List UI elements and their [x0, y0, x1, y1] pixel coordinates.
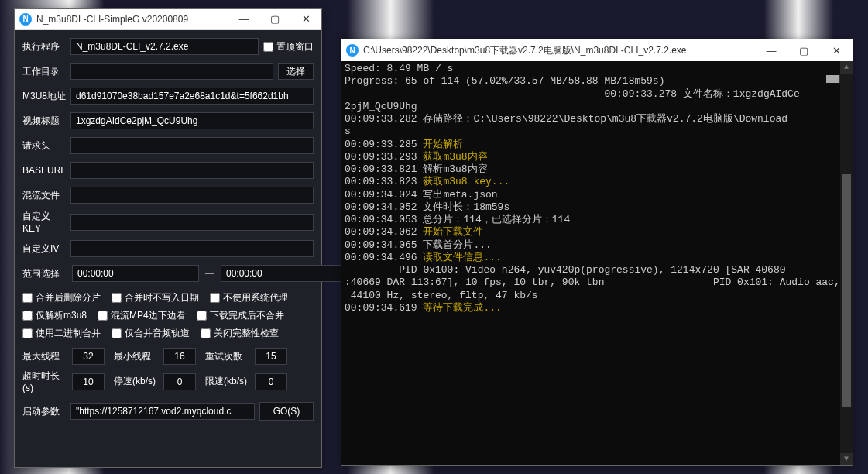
console-line: 00:09:33.285 开始解析 — [345, 139, 849, 151]
range-end-input[interactable] — [221, 265, 348, 282]
maxthread-label: 最大线程 — [22, 350, 69, 363]
chk-parse-only[interactable]: 仅解析m3u8 — [22, 309, 87, 322]
retry-label: 重试次数 — [205, 350, 252, 363]
range-start-input[interactable] — [72, 265, 199, 282]
console-line: 00:09:33.282 存储路径：C:\Users\98222\Desktop… — [345, 113, 849, 125]
console-app-icon: N — [346, 44, 359, 57]
m3u8-input[interactable] — [70, 88, 314, 105]
console-maximize-button[interactable]: ▢ — [787, 40, 820, 61]
chk-no-date[interactable]: 合并时不写入日期 — [112, 291, 199, 304]
chk-no-merge-after[interactable]: 下载完成后不合并 — [197, 309, 284, 322]
exe-label: 执行程序 — [22, 40, 66, 53]
launch-label: 启动参数 — [22, 405, 66, 418]
console-line: Progress: 65 of 114 (57.02%/33.57 MB/58.… — [345, 75, 849, 88]
console-output[interactable]: ▲ ▼ Speed: 8.49 MB / sProgress: 65 of 11… — [341, 61, 853, 465]
console-line: 00:09:33.278 文件名称：1xgzdgAIdCe — [345, 88, 849, 101]
console-line: 00:09:33.821 解析m3u8内容 — [345, 163, 849, 176]
mux-input[interactable] — [70, 187, 314, 204]
timeout-label: 超时时长(s) — [22, 369, 69, 393]
console-line: 00:09:34.024 写出meta.json — [345, 189, 849, 201]
scroll-thumb[interactable] — [842, 174, 851, 407]
stopspeed-input[interactable] — [163, 373, 196, 390]
maximize-button[interactable]: ▢ — [259, 9, 290, 30]
console-minimize-button[interactable]: — — [755, 40, 787, 61]
app-icon: N — [19, 13, 32, 26]
console-line: PID 0x100: Video h264, yuv420p(progressi… — [345, 264, 849, 276]
range-label: 范围选择 — [22, 267, 66, 280]
baseurl-label: BASEURL — [22, 165, 66, 176]
chk-audio-only-merge[interactable]: 仅合并音频轨道 — [112, 327, 190, 340]
console-line: 00:09:33.293 获取m3u8内容 — [345, 151, 849, 163]
minthread-input[interactable] — [163, 348, 196, 365]
console-line: 44100 Hz, stereo, fltp, 47 kb/s — [345, 290, 849, 302]
limitspeed-input[interactable] — [255, 373, 287, 390]
retry-input[interactable] — [255, 348, 287, 365]
chk-no-proxy[interactable]: 不使用系统代理 — [210, 291, 288, 304]
console-line: 00:09:34.496 读取文件信息... — [345, 252, 849, 264]
console-title: C:\Users\98222\Desktop\m3u8下载器v2.7.2电脑版\… — [363, 44, 755, 57]
headers-label: 请求头 — [22, 139, 66, 153]
stopspeed-label: 停速(kb/s) — [114, 375, 160, 388]
progress-fill — [826, 75, 839, 83]
range-separator: — — [205, 268, 214, 279]
close-button[interactable]: ✕ — [290, 9, 321, 30]
console-line: Speed: 8.49 MB / s — [345, 63, 849, 75]
console-line: 00:09:34.065 下载首分片... — [345, 239, 849, 252]
chk-delete-after-merge[interactable]: 合并后删除分片 — [22, 291, 101, 304]
console-close-button[interactable]: ✕ — [820, 40, 853, 61]
iv-label: 自定义IV — [22, 242, 66, 256]
titlebar[interactable]: N N_m3u8DL-CLI-SimpleG v20200809 — ▢ ✕ — [15, 9, 321, 30]
choose-button[interactable]: 选择 — [278, 63, 314, 80]
console-titlebar[interactable]: N C:\Users\98222\Desktop\m3u8下载器v2.7.2电脑… — [341, 40, 853, 61]
m3u8-label: M3U8地址 — [22, 90, 66, 103]
console-line: 00:09:34.619 等待下载完成... — [345, 302, 849, 314]
limitspeed-label: 限速(kb/s) — [205, 375, 252, 388]
console-line: :40669 DAR 113:67], 10 fps, 10 tbr, 90k … — [345, 276, 849, 289]
console-line: 2pjM_QcU9Uhg — [345, 101, 849, 113]
key-input[interactable] — [70, 214, 314, 231]
minthread-label: 最小线程 — [114, 350, 160, 363]
console-scrollbar[interactable]: ▲ ▼ — [840, 61, 853, 465]
key-label: 自定义KEY — [22, 210, 66, 234]
chk-no-integrity[interactable]: 关闭完整性检查 — [201, 327, 279, 340]
go-button[interactable]: GO(S) — [259, 402, 314, 421]
title-input[interactable] — [70, 112, 314, 129]
scroll-down-icon[interactable]: ▼ — [840, 453, 853, 465]
iv-input[interactable] — [70, 240, 314, 257]
mux-label: 混流文件 — [22, 189, 66, 202]
gui-window: N N_m3u8DL-CLI-SimpleG v20200809 — ▢ ✕ 执… — [14, 8, 322, 468]
workdir-input[interactable] — [70, 63, 273, 80]
console-line: s — [345, 125, 849, 138]
chk-mux-mp4-live[interactable]: 混流MP4边下边看 — [98, 309, 186, 322]
pin-label: 置顶窗口 — [276, 40, 314, 53]
console-line: 00:09:34.062 开始下载文件 — [345, 226, 849, 239]
gui-body: 执行程序 置顶窗口 工作目录 选择 M3U8地址 视频标题 请求头 BASEUR… — [15, 30, 321, 467]
launch-input[interactable] — [70, 403, 255, 420]
minimize-button[interactable]: — — [228, 9, 259, 30]
console-line: 00:09:33.823 获取m3u8 key... — [345, 176, 849, 188]
scroll-up-icon[interactable]: ▲ — [840, 61, 853, 74]
console-line: 00:09:34.052 文件时长：18m59s — [345, 201, 849, 214]
window-title: N_m3u8DL-CLI-SimpleG v20200809 — [36, 14, 228, 25]
title-label: 视频标题 — [22, 115, 66, 128]
maxthread-input[interactable] — [72, 348, 105, 365]
headers-input[interactable] — [70, 137, 314, 154]
timeout-input[interactable] — [72, 373, 105, 390]
baseurl-input[interactable] — [70, 162, 314, 179]
chk-binary-merge[interactable]: 使用二进制合并 — [22, 327, 101, 340]
pin-checkbox[interactable]: 置顶窗口 — [263, 40, 314, 53]
console-line: 00:09:34.053 总分片：114，已选择分片：114 — [345, 214, 849, 226]
exe-input[interactable] — [70, 38, 259, 55]
workdir-label: 工作目录 — [22, 65, 66, 78]
pin-checkbox-box[interactable] — [263, 42, 273, 52]
console-window: N C:\Users\98222\Desktop\m3u8下载器v2.7.2电脑… — [341, 39, 853, 466]
